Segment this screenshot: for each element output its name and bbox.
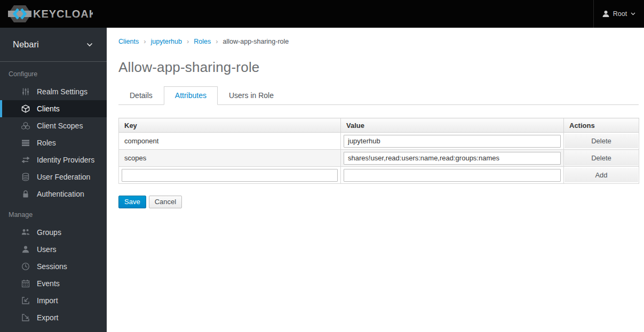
- sidebar-item-import[interactable]: Import: [0, 292, 107, 309]
- chevron-down-icon: [86, 43, 93, 47]
- column-header-key: Key: [119, 118, 341, 133]
- sidebar-item-users[interactable]: Users: [0, 241, 107, 258]
- sidebar-item-realm-settings[interactable]: Realm Settings: [0, 83, 107, 100]
- page-title: Allow-app-sharing-role: [118, 59, 639, 76]
- lock-icon: [21, 190, 30, 198]
- tab-users-in-role[interactable]: Users in Role: [218, 86, 285, 105]
- sidebar-item-roles[interactable]: Roles: [0, 134, 107, 151]
- sidebar-item-label: Events: [37, 279, 60, 288]
- sidebar-item-label: Client Scopes: [37, 122, 83, 130]
- cubes-icon: [21, 122, 30, 130]
- add-button[interactable]: Add: [565, 168, 638, 182]
- column-header-actions: Actions: [564, 118, 639, 133]
- breadcrumb-roles[interactable]: Roles: [194, 38, 211, 45]
- section-label-manage: Manage: [0, 203, 107, 224]
- svg-text:KEYCLOAK: KEYCLOAK: [33, 8, 93, 20]
- export-icon: [21, 313, 30, 322]
- sidebar-item-label: Import: [37, 296, 58, 305]
- sidebar-item-identity-providers[interactable]: Identity Providers: [0, 151, 107, 168]
- breadcrumb-separator: ›: [187, 37, 189, 45]
- breadcrumb-clients[interactable]: Clients: [118, 38, 139, 45]
- new-attribute-key-input[interactable]: [122, 169, 338, 182]
- sidebar-item-client-scopes[interactable]: Client Scopes: [0, 117, 107, 134]
- cancel-button[interactable]: Cancel: [149, 196, 182, 208]
- delete-button[interactable]: Delete: [565, 134, 638, 148]
- user-icon: [21, 245, 30, 254]
- realm-name: Nebari: [13, 39, 39, 50]
- table-row: scopes Delete: [119, 150, 639, 167]
- sidebar-item-label: Groups: [37, 228, 61, 237]
- sliders-icon: [21, 87, 30, 96]
- table-row: component Delete: [119, 133, 639, 150]
- sidebar-item-label: Identity Providers: [37, 156, 94, 164]
- delete-button[interactable]: Delete: [565, 151, 638, 165]
- sidebar-item-events[interactable]: Events: [0, 275, 107, 292]
- column-header-value: Value: [341, 118, 564, 133]
- tab-details[interactable]: Details: [118, 86, 164, 105]
- tab-attributes[interactable]: Attributes: [164, 86, 218, 105]
- attributes-table: Key Value Actions component Delete scope…: [118, 118, 639, 184]
- sidebar-item-label: Roles: [37, 139, 56, 147]
- clock-icon: [21, 262, 30, 271]
- new-attribute-value-input[interactable]: [344, 169, 561, 182]
- sidebar-item-user-federation[interactable]: User Federation: [0, 168, 107, 185]
- sidebar-item-label: Export: [37, 313, 58, 322]
- breadcrumb-current: allow-app-sharing-role: [223, 38, 289, 45]
- attribute-value-input[interactable]: [344, 135, 561, 148]
- keycloak-logo-icon: KEYCLOAK: [7, 4, 93, 23]
- breadcrumb-separator: ›: [216, 37, 218, 45]
- sidebar-item-authentication[interactable]: Authentication: [0, 185, 107, 203]
- sidebar-item-label: Authentication: [37, 190, 84, 198]
- sidebar-item-label: Users: [37, 245, 57, 254]
- cube-icon: [21, 104, 30, 113]
- user-name: Root: [613, 10, 627, 18]
- section-label-configure: Configure: [0, 62, 107, 83]
- tab-bar: Details Attributes Users in Role: [118, 86, 639, 105]
- sidebar-item-groups[interactable]: Groups: [0, 224, 107, 241]
- database-icon: [21, 173, 30, 181]
- breadcrumb: Clients › jupyterhub › Roles › allow-app…: [118, 37, 639, 45]
- sidebar-item-label: Realm Settings: [37, 87, 88, 96]
- chevron-down-icon: [631, 12, 635, 15]
- sidebar-item-sessions[interactable]: Sessions: [0, 258, 107, 275]
- table-row-new: Add: [119, 167, 639, 184]
- sidebar: Nebari Configure Realm Settings Clients: [0, 28, 107, 332]
- main-content: Clients › jupyterhub › Roles › allow-app…: [107, 28, 644, 332]
- sidebar-item-clients[interactable]: Clients: [0, 100, 107, 117]
- attribute-key: scopes: [119, 150, 341, 167]
- breadcrumb-separator: ›: [144, 37, 146, 45]
- realm-selector[interactable]: Nebari: [0, 28, 107, 62]
- group-icon: [21, 228, 30, 237]
- table-header-row: Key Value Actions: [119, 118, 639, 133]
- import-icon: [21, 296, 30, 305]
- sidebar-item-label: User Federation: [37, 173, 90, 181]
- top-bar: KEYCLOAK Root: [0, 0, 644, 28]
- sidebar-item-label: Clients: [37, 104, 60, 113]
- user-icon: [602, 10, 609, 18]
- sidebar-item-export[interactable]: Export: [0, 309, 107, 326]
- attribute-key: component: [119, 133, 341, 150]
- exchange-icon: [21, 156, 30, 164]
- keycloak-logo[interactable]: KEYCLOAK: [7, 4, 93, 23]
- save-button[interactable]: Save: [118, 196, 146, 208]
- user-menu[interactable]: Root: [593, 0, 644, 28]
- breadcrumb-jupyterhub[interactable]: jupyterhub: [151, 38, 182, 45]
- list-icon: [21, 139, 30, 147]
- form-actions: Save Cancel: [118, 196, 639, 208]
- sidebar-item-label: Sessions: [37, 262, 67, 271]
- calendar-icon: [21, 279, 30, 288]
- attribute-value-input[interactable]: [344, 152, 561, 165]
